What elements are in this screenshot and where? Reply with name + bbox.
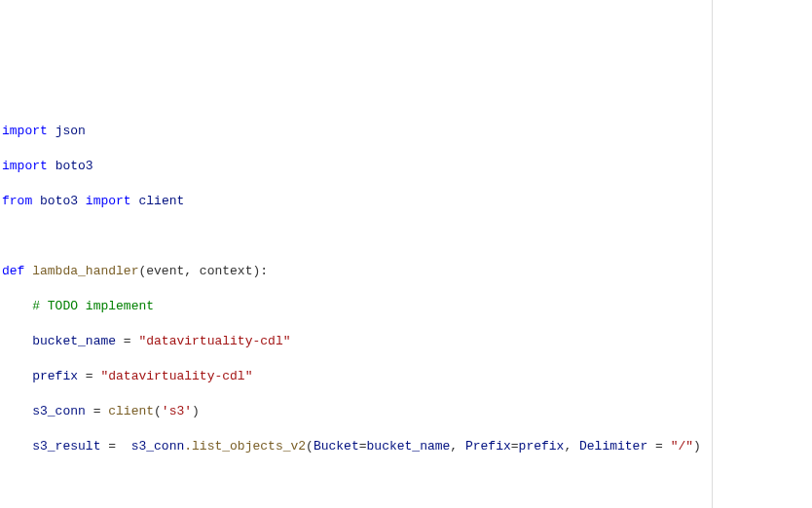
code-line — [2, 473, 812, 490]
code-editor[interactable]: import json import boto3 from boto3 impo… — [2, 105, 812, 508]
code-line: # TODO implement — [2, 298, 812, 315]
code-line: def lambda_handler(event, context): — [2, 263, 812, 280]
code-line: s3_result = s3_conn.list_objects_v2(Buck… — [2, 438, 812, 455]
code-line: prefix = "datavirtuality-cdl" — [2, 368, 812, 385]
code-line — [2, 228, 812, 245]
code-line: bucket_name = "datavirtuality-cdl" — [2, 333, 812, 350]
code-line: import json — [2, 123, 812, 140]
code-line: from boto3 import client — [2, 193, 812, 210]
code-line: s3_conn = client('s3') — [2, 403, 812, 420]
code-line: import boto3 — [2, 158, 812, 175]
